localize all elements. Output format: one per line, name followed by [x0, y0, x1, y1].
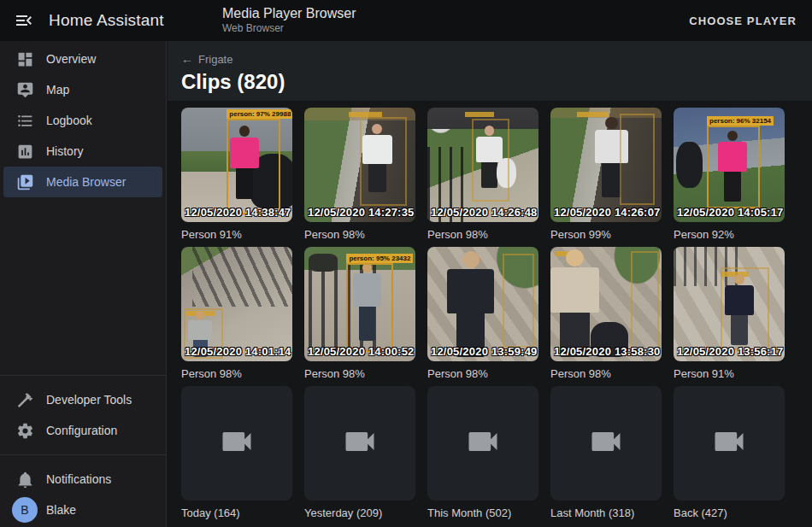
choose-player-button[interactable]: CHOOSE PLAYER — [689, 15, 797, 27]
clip-timestamp: 12/05/2020 14:26:07 — [554, 206, 661, 219]
clip-thumbnail: 12/05/2020 14:01:14 — [181, 247, 292, 361]
app-bar: Home Assistant Media Player Browser Web … — [0, 0, 812, 41]
app-bar-left: Home Assistant — [0, 10, 168, 31]
folder-label: Yesterday (209) — [304, 507, 415, 520]
clip-timestamp: 12/05/2020 14:26:48 — [431, 206, 538, 219]
clip-card[interactable]: person: 96% 32154 12/05/2020 14:05:17 Pe… — [674, 108, 785, 242]
clip-timestamp: 12/05/2020 13:59:49 — [431, 345, 538, 358]
detection-label: person: 97% 29988 — [227, 109, 292, 119]
clip-thumbnail: 12/05/2020 13:59:49 — [427, 247, 538, 361]
sidebar-item-overview[interactable]: Overview — [3, 44, 162, 74]
folder-card-back[interactable]: Back (427) — [674, 386, 785, 520]
play-box-multiple-icon — [3, 173, 46, 191]
clip-thumbnail: 12/05/2020 13:58:30 — [550, 247, 662, 361]
clip-card[interactable]: 12/05/2020 14:26:07 Person 99% — [550, 108, 662, 242]
bell-icon — [3, 471, 46, 489]
app-title: Home Assistant — [49, 11, 164, 30]
sidebar-item-label: Notifications — [46, 472, 111, 486]
clip-card[interactable]: person: 97% 29988 12/05/2020 14:38:47 Pe… — [181, 108, 292, 242]
format-list-bulleted-icon — [3, 112, 46, 130]
sidebar-item-label: History — [46, 144, 84, 158]
clip-thumbnail: 12/05/2020 14:27:35 — [304, 108, 415, 222]
sidebar-item-label: Logbook — [46, 114, 92, 127]
clips-grid: person: 97% 29988 12/05/2020 14:38:47 Pe… — [168, 101, 812, 520]
clip-thumbnail: person: 96% 32154 12/05/2020 14:05:17 — [674, 108, 785, 222]
clip-thumbnail: 12/05/2020 13:56:17 — [674, 247, 785, 361]
clip-thumbnail: 12/05/2020 14:26:48 — [427, 108, 538, 222]
page-heading: Clips (820) — [181, 70, 798, 94]
detection-label: person: 95% 23432 — [346, 254, 413, 263]
sidebar-item-user[interactable]: B Blake — [3, 495, 162, 525]
clip-timestamp: 12/05/2020 14:01:14 — [185, 345, 291, 358]
sidebar-item-configuration[interactable]: Configuration — [3, 415, 162, 446]
video-camera-icon — [218, 423, 256, 464]
clip-card[interactable]: 12/05/2020 13:58:30 Person 98% — [550, 247, 662, 381]
sidebar-divider — [0, 375, 166, 376]
clip-caption: Person 98% — [181, 367, 292, 381]
folder-card-this-month[interactable]: This Month (502) — [427, 386, 538, 520]
page-title-block: Media Player Browser Web Browser — [222, 6, 356, 34]
video-camera-icon — [341, 423, 379, 464]
clip-caption: Person 98% — [550, 367, 662, 381]
clip-caption: Person 91% — [674, 367, 785, 381]
breadcrumb-label: Frigate — [198, 53, 232, 66]
user-name: Blake — [46, 503, 76, 517]
sidebar-item-media-browser[interactable]: Media Browser — [3, 167, 162, 197]
clip-card[interactable]: 12/05/2020 14:26:48 Person 98% — [427, 108, 538, 242]
view-dashboard-icon — [3, 50, 46, 68]
sidebar-item-label: Developer Tools — [46, 393, 132, 407]
clip-caption: Person 98% — [427, 367, 538, 381]
sidebar-divider — [0, 454, 166, 455]
clip-caption: Person 98% — [427, 228, 538, 242]
clip-card[interactable]: person: 95% 23432 12/05/2020 14:00:52 Pe… — [304, 247, 415, 381]
clip-caption: Person 98% — [304, 228, 415, 242]
sidebar-item-notifications[interactable]: Notifications — [3, 464, 162, 495]
clip-timestamp: 12/05/2020 14:27:35 — [308, 206, 415, 219]
clip-timestamp: 12/05/2020 14:05:17 — [677, 206, 784, 219]
content-header: ← Frigate Clips (820) — [168, 41, 812, 101]
detection-label: person: 96% 32154 — [707, 116, 774, 126]
clip-thumbnail: 12/05/2020 14:26:07 — [550, 108, 662, 222]
clip-caption: Person 91% — [181, 228, 292, 242]
clip-card[interactable]: 12/05/2020 13:56:17 Person 91% — [674, 247, 785, 381]
sidebar-item-logbook[interactable]: Logbook — [3, 105, 162, 136]
clip-timestamp: 12/05/2020 14:00:52 — [308, 345, 415, 358]
person-figure — [447, 251, 494, 356]
folder-card-today[interactable]: Today (164) — [181, 386, 292, 520]
folder-label: Today (164) — [181, 507, 292, 520]
video-camera-icon — [464, 423, 502, 464]
page-subtitle: Web Browser — [222, 23, 356, 35]
folder-card-last-month[interactable]: Last Month (318) — [550, 386, 662, 520]
avatar: B — [12, 497, 38, 523]
folder-label: Last Month (318) — [550, 507, 662, 520]
clip-timestamp: 12/05/2020 14:38:47 — [185, 206, 291, 219]
sidebar: Overview Map Logbook History Media Brows… — [0, 41, 167, 527]
main-content: ← Frigate Clips (820) person: 97% 29988 … — [168, 41, 812, 527]
sidebar-item-label: Configuration — [46, 424, 117, 437]
clip-caption: Person 98% — [304, 367, 415, 381]
clip-thumbnail: person: 97% 29988 12/05/2020 14:38:47 — [181, 108, 292, 222]
clip-card[interactable]: 12/05/2020 13:59:49 Person 98% — [427, 247, 538, 381]
clip-caption: Person 99% — [550, 228, 662, 242]
folder-card-yesterday[interactable]: Yesterday (209) — [304, 386, 415, 520]
menu-open-icon[interactable] — [14, 10, 34, 31]
sidebar-item-label: Media Browser — [46, 175, 126, 189]
folder-label: Back (427) — [674, 507, 785, 520]
hammer-icon — [3, 391, 46, 409]
sidebar-item-label: Map — [46, 83, 69, 97]
tooltip-account-icon — [3, 81, 46, 99]
page-title: Media Player Browser — [222, 6, 356, 21]
sidebar-item-map[interactable]: Map — [3, 74, 162, 105]
back-arrow-icon: ← — [181, 52, 193, 66]
chart-box-icon — [3, 143, 46, 161]
breadcrumb-back[interactable]: ← Frigate — [181, 52, 232, 66]
sidebar-item-label: Overview — [46, 52, 96, 66]
video-camera-icon — [710, 423, 748, 464]
folder-label: This Month (502) — [427, 507, 538, 520]
clip-card[interactable]: 12/05/2020 14:27:35 Person 98% — [304, 108, 415, 242]
cog-icon — [3, 422, 46, 440]
clip-caption: Person 92% — [674, 228, 785, 242]
clip-card[interactable]: 12/05/2020 14:01:14 Person 98% — [181, 247, 292, 381]
sidebar-item-history[interactable]: History — [3, 136, 162, 167]
sidebar-item-developer-tools[interactable]: Developer Tools — [3, 384, 162, 415]
